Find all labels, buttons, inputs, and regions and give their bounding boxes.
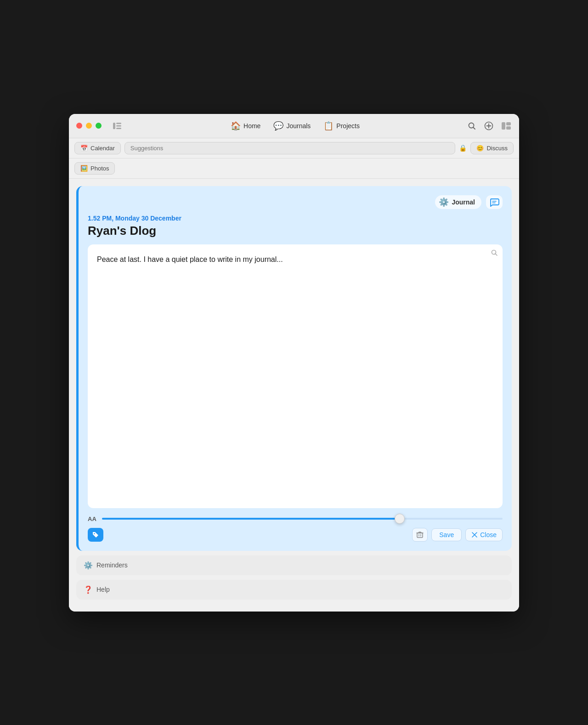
photos-icon: 🖼️: [80, 165, 88, 172]
journals-icon: 💬: [273, 121, 283, 131]
svg-point-16: [94, 533, 95, 534]
reminders-row[interactable]: ⚙️ Reminders: [76, 555, 512, 575]
title-bar: 🏠 Home 💬 Journals 📋 Projects: [69, 114, 519, 138]
save-button[interactable]: Save: [431, 528, 462, 541]
svg-rect-17: [417, 533, 423, 538]
photos-button[interactable]: 🖼️ Photos: [74, 162, 115, 175]
journal-chat-button[interactable]: [486, 195, 503, 209]
reminders-label: Reminders: [96, 561, 128, 569]
journal-timestamp: 1.52 PM, Monday 30 December: [88, 215, 503, 222]
journal-card: ⚙️ Journal 1.52 PM, Monday 30 December R…: [76, 186, 512, 551]
reminders-icon: ⚙️: [84, 561, 93, 570]
svg-rect-11: [506, 126, 511, 130]
svg-rect-0: [113, 123, 115, 129]
projects-icon: 📋: [323, 121, 334, 131]
svg-rect-3: [116, 128, 121, 129]
journal-editor[interactable]: [97, 254, 493, 497]
action-right: Save Close: [412, 528, 503, 542]
action-bar: Save Close: [88, 528, 503, 542]
calendar-button[interactable]: 📅 Calendar: [74, 142, 121, 154]
nav-projects[interactable]: 📋 Projects: [323, 121, 360, 131]
main-content: ⚙️ Journal 1.52 PM, Monday 30 December R…: [69, 179, 519, 612]
toolbar-right: 🔒 😊 Discuss: [459, 142, 514, 154]
nav-journals-label: Journals: [286, 122, 311, 130]
add-button[interactable]: [483, 120, 494, 131]
close-label: Close: [480, 531, 497, 538]
calendar-label: Calendar: [90, 145, 115, 152]
discuss-label: Discuss: [486, 145, 508, 152]
journal-tag-label: Journal: [452, 198, 475, 206]
layout-toggle-button[interactable]: [501, 121, 512, 130]
help-icon: ❓: [84, 585, 93, 594]
minimize-window-button[interactable]: [86, 123, 92, 129]
journal-tag: ⚙️ Journal: [435, 195, 481, 209]
search-button[interactable]: [467, 121, 477, 131]
suggestions-input[interactable]: [124, 142, 456, 154]
font-size-controls: AA: [88, 515, 503, 522]
journal-title: Ryan's Dlog: [88, 224, 503, 238]
photos-row: 🖼️ Photos: [69, 159, 519, 179]
delete-button[interactable]: [412, 528, 428, 542]
app-window: 🏠 Home 💬 Journals 📋 Projects: [69, 114, 519, 612]
svg-line-5: [473, 127, 475, 129]
sidebar-toggle-button[interactable]: [111, 121, 124, 131]
calendar-icon: 📅: [80, 145, 88, 152]
font-size-slider[interactable]: [102, 518, 503, 520]
help-label: Help: [96, 586, 110, 593]
tag-button[interactable]: [88, 528, 103, 542]
font-size-label: AA: [88, 515, 96, 522]
editor-search-button[interactable]: [491, 249, 498, 258]
editor-container: [88, 244, 503, 508]
toolbar: 📅 Calendar 🔒 😊 Discuss: [69, 138, 519, 159]
svg-rect-9: [502, 122, 505, 130]
nav-journals[interactable]: 💬 Journals: [273, 121, 311, 131]
close-window-button[interactable]: [76, 123, 82, 129]
svg-rect-10: [506, 122, 511, 125]
home-icon: 🏠: [231, 121, 241, 131]
nav-projects-label: Projects: [336, 122, 360, 130]
svg-rect-1: [116, 123, 121, 124]
nav-right: [467, 120, 512, 131]
close-button[interactable]: Close: [465, 528, 503, 541]
journal-tag-icon: ⚙️: [439, 197, 449, 207]
nav-home-label: Home: [243, 122, 260, 130]
help-row[interactable]: ❓ Help: [76, 580, 512, 600]
traffic-lights: [76, 123, 102, 129]
maximize-window-button[interactable]: [96, 123, 102, 129]
discuss-avatar: 😊: [476, 145, 484, 152]
photos-label: Photos: [90, 165, 109, 172]
discuss-button[interactable]: 😊 Discuss: [470, 142, 514, 154]
lock-icon: 🔒: [459, 144, 467, 152]
svg-rect-2: [116, 125, 121, 126]
svg-point-4: [469, 123, 474, 128]
journal-header: ⚙️ Journal: [88, 195, 503, 209]
svg-line-15: [496, 254, 498, 255]
nav-center: 🏠 Home 💬 Journals 📋 Projects: [231, 121, 360, 131]
nav-home[interactable]: 🏠 Home: [231, 121, 260, 131]
